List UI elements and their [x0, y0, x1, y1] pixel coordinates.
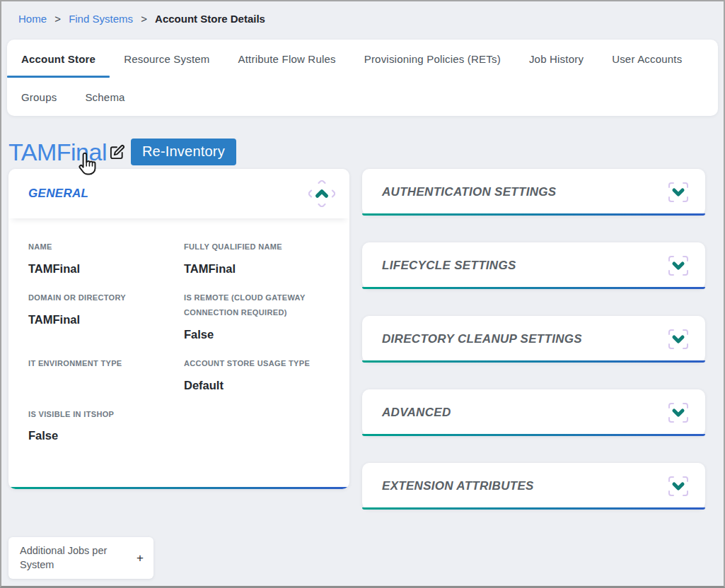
section-header[interactable]: AUTHENTICATION SETTINGS	[362, 169, 705, 216]
section-extension-attributes: EXTENSION ATTRIBUTES	[362, 463, 705, 510]
tab-attribute-flow-rules[interactable]: Attribute Flow Rules	[224, 40, 350, 78]
field-value: Default	[184, 379, 331, 392]
section-title: EXTENSION ATTRIBUTES	[382, 479, 534, 493]
field-label: IT ENVIRONMENT TYPE	[28, 356, 175, 371]
field-it-environment-type: IT ENVIRONMENT TYPE	[28, 356, 175, 392]
field-value: TAMFinal	[184, 262, 331, 276]
general-fields: NAME TAMFinal FULLY QUALIFIED NAME TAMFi…	[8, 218, 349, 442]
plus-icon[interactable]: +	[137, 551, 144, 565]
breadcrumb-link-home[interactable]: Home	[18, 13, 47, 25]
page-title: TAMFinal	[8, 140, 107, 164]
tab-schema[interactable]: Schema	[71, 78, 139, 116]
section-header[interactable]: LIFECYCLE SETTINGS	[362, 242, 705, 289]
chevron-down-icon[interactable]	[666, 253, 691, 278]
breadcrumb-link-find-systems[interactable]: Find Systems	[69, 13, 133, 25]
section-title: LIFECYCLE SETTINGS	[382, 259, 516, 273]
tab-resource-system[interactable]: Resource System	[110, 40, 224, 78]
field-fully-qualified-name: FULLY QUALIFIED NAME TAMFinal	[184, 240, 331, 276]
field-label: NAME	[28, 240, 175, 254]
tab-bar: Account Store Resource System Attribute …	[7, 40, 718, 116]
reinventory-button[interactable]: Re-Inventory	[131, 139, 236, 165]
field-value: False	[28, 429, 175, 442]
main-content: GENERAL	[8, 169, 724, 536]
chevron-down-icon[interactable]	[666, 400, 691, 425]
section-authentication-settings: AUTHENTICATION SETTINGS	[362, 169, 705, 216]
section-header[interactable]: DIRECTORY CLEANUP SETTINGS	[362, 316, 705, 363]
tab-account-store[interactable]: Account Store	[7, 40, 110, 78]
field-label: IS VISIBLE IN ITSHOP	[28, 407, 175, 422]
account-store-details-page: Home > Find Systems > Account Store Deta…	[0, 0, 725, 588]
tab-groups[interactable]: Groups	[7, 78, 71, 116]
tab-row-1: Account Store Resource System Attribute …	[7, 40, 718, 78]
breadcrumb: Home > Find Systems > Account Store Deta…	[1, 1, 724, 25]
field-empty	[184, 407, 331, 443]
additional-jobs-label: Additional Jobs per System	[20, 544, 120, 572]
section-general-title: GENERAL	[28, 187, 88, 201]
edit-icon[interactable]	[109, 144, 125, 160]
field-value: TAMFinal	[28, 262, 175, 276]
chevron-up-icon[interactable]	[308, 180, 335, 207]
section-directory-cleanup-settings: DIRECTORY CLEANUP SETTINGS	[362, 316, 705, 363]
section-header[interactable]: EXTENSION ATTRIBUTES	[362, 463, 705, 510]
right-column: AUTHENTICATION SETTINGS LIFECY	[362, 169, 705, 536]
tab-user-accounts[interactable]: User Accounts	[598, 40, 696, 78]
section-title: AUTHENTICATION SETTINGS	[382, 185, 556, 199]
additional-jobs-card[interactable]: Additional Jobs per System +	[8, 537, 153, 579]
tab-row-2: Groups Schema	[7, 78, 718, 116]
section-general: GENERAL	[8, 169, 349, 489]
breadcrumb-separator: >	[54, 13, 61, 25]
section-general-header[interactable]: GENERAL	[8, 169, 349, 218]
section-lifecycle-settings: LIFECYCLE SETTINGS	[362, 242, 705, 289]
tab-provisioning-policies[interactable]: Provisioning Policies (RETs)	[350, 40, 515, 78]
field-label: FULLY QUALIFIED NAME	[184, 240, 331, 254]
field-is-visible-in-itshop: IS VISIBLE IN ITSHOP False	[28, 407, 175, 443]
chevron-down-icon[interactable]	[666, 180, 691, 205]
title-row: TAMFinal Re-Inventory	[8, 137, 724, 167]
chevron-down-icon[interactable]	[666, 327, 691, 352]
section-header[interactable]: ADVANCED	[362, 389, 705, 436]
field-account-store-usage-type: ACCOUNT STORE USAGE TYPE Default	[184, 356, 331, 392]
section-advanced: ADVANCED	[362, 389, 705, 436]
field-domain-or-directory: DOMAIN OR DIRECTORY TAMFinal	[28, 290, 175, 341]
field-label: IS REMOTE (CLOUD GATEWAY CONNECTION REQU…	[184, 290, 331, 320]
field-value: False	[184, 328, 331, 341]
field-label: ACCOUNT STORE USAGE TYPE	[184, 356, 331, 371]
section-title: ADVANCED	[382, 406, 451, 420]
tab-job-history[interactable]: Job History	[515, 40, 598, 78]
breadcrumb-current-page: Account Store Details	[155, 13, 265, 25]
chevron-down-icon[interactable]	[666, 474, 691, 499]
field-value: TAMFinal	[28, 313, 175, 327]
field-name: NAME TAMFinal	[28, 240, 175, 276]
field-is-remote: IS REMOTE (CLOUD GATEWAY CONNECTION REQU…	[184, 290, 331, 341]
field-label: DOMAIN OR DIRECTORY	[28, 290, 175, 305]
left-column: GENERAL	[8, 169, 349, 489]
section-title: DIRECTORY CLEANUP SETTINGS	[382, 332, 582, 346]
breadcrumb-separator: >	[141, 13, 147, 25]
